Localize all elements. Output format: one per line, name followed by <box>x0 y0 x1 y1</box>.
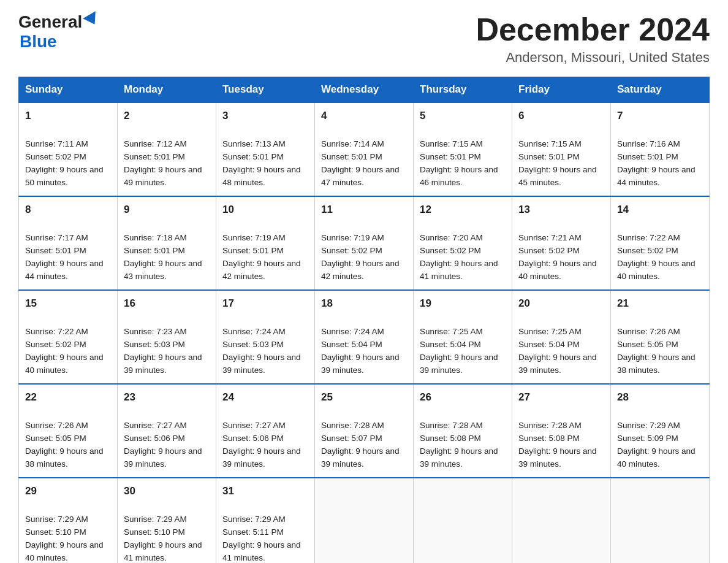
day-number: 18 <box>321 296 407 312</box>
calendar-cell: 26Sunrise: 7:28 AMSunset: 5:08 PMDayligh… <box>414 384 512 478</box>
daylight-text-2: 39 minutes. <box>518 366 561 375</box>
day-number: 12 <box>420 202 506 218</box>
daylight-text-2: 38 minutes. <box>25 459 68 469</box>
sunrise-text: Sunrise: 7:23 AM <box>124 327 187 336</box>
sunset-text: Sunset: 5:01 PM <box>617 152 678 161</box>
daylight-text: Daylight: 9 hours and <box>124 446 202 456</box>
daylight-text-2: 41 minutes. <box>420 272 463 281</box>
calendar-cell <box>611 478 710 563</box>
weekday-header-sunday: Sunday <box>19 77 118 103</box>
daylight-text-2: 40 minutes. <box>617 272 660 281</box>
day-number: 28 <box>617 389 703 405</box>
daylight-text-2: 50 minutes. <box>25 178 68 187</box>
day-number: 4 <box>321 108 407 124</box>
calendar-week-1: 1Sunrise: 7:11 AMSunset: 5:02 PMDaylight… <box>19 102 710 196</box>
sunset-text: Sunset: 5:08 PM <box>518 434 580 443</box>
daylight-text-2: 48 minutes. <box>222 178 265 187</box>
daylight-text: Daylight: 9 hours and <box>420 259 498 268</box>
sunset-text: Sunset: 5:02 PM <box>25 340 86 349</box>
day-number: 20 <box>518 296 604 312</box>
day-number: 27 <box>518 389 604 405</box>
day-number: 30 <box>124 483 210 499</box>
weekday-header-friday: Friday <box>512 77 611 103</box>
sunrise-text: Sunrise: 7:29 AM <box>25 515 88 524</box>
sunrise-text: Sunrise: 7:26 AM <box>25 421 88 430</box>
calendar-cell: 30Sunrise: 7:29 AMSunset: 5:10 PMDayligh… <box>118 478 216 563</box>
calendar-cell: 21Sunrise: 7:26 AMSunset: 5:05 PMDayligh… <box>611 290 710 384</box>
day-number: 2 <box>124 108 210 124</box>
daylight-text-2: 39 minutes. <box>124 459 167 469</box>
calendar-cell: 22Sunrise: 7:26 AMSunset: 5:05 PMDayligh… <box>19 384 118 478</box>
calendar-week-2: 8Sunrise: 7:17 AMSunset: 5:01 PMDaylight… <box>19 196 710 290</box>
daylight-text: Daylight: 9 hours and <box>617 446 696 456</box>
daylight-text: Daylight: 9 hours and <box>222 165 301 174</box>
calendar-week-5: 29Sunrise: 7:29 AMSunset: 5:10 PMDayligh… <box>19 478 710 563</box>
daylight-text-2: 39 minutes. <box>420 459 463 469</box>
calendar-cell: 27Sunrise: 7:28 AMSunset: 5:08 PMDayligh… <box>512 384 611 478</box>
calendar-cell: 29Sunrise: 7:29 AMSunset: 5:10 PMDayligh… <box>19 478 118 563</box>
day-number: 19 <box>420 296 506 312</box>
day-number: 1 <box>25 108 111 124</box>
daylight-text: Daylight: 9 hours and <box>222 259 301 268</box>
daylight-text: Daylight: 9 hours and <box>222 540 301 550</box>
daylight-text-2: 39 minutes. <box>222 366 265 375</box>
sunrise-text: Sunrise: 7:13 AM <box>222 139 286 148</box>
weekday-header-saturday: Saturday <box>611 77 710 103</box>
daylight-text: Daylight: 9 hours and <box>518 353 597 362</box>
daylight-text-2: 42 minutes. <box>321 272 364 281</box>
sunrise-text: Sunrise: 7:24 AM <box>321 327 384 336</box>
day-number: 31 <box>222 483 308 499</box>
calendar-cell: 28Sunrise: 7:29 AMSunset: 5:09 PMDayligh… <box>611 384 710 478</box>
day-number: 23 <box>124 389 210 405</box>
day-number: 13 <box>518 202 604 218</box>
calendar-cell: 24Sunrise: 7:27 AMSunset: 5:06 PMDayligh… <box>216 384 315 478</box>
sunset-text: Sunset: 5:08 PM <box>420 434 481 443</box>
weekday-header-tuesday: Tuesday <box>216 77 315 103</box>
day-number: 22 <box>25 389 111 405</box>
sunrise-text: Sunrise: 7:14 AM <box>321 139 384 148</box>
page-header: General Blue December 2024 Anderson, Mis… <box>18 12 710 66</box>
sunset-text: Sunset: 5:04 PM <box>321 340 382 349</box>
calendar-cell: 9Sunrise: 7:18 AMSunset: 5:01 PMDaylight… <box>118 196 216 290</box>
sunset-text: Sunset: 5:07 PM <box>321 434 382 443</box>
sunrise-text: Sunrise: 7:28 AM <box>518 421 582 430</box>
sunrise-text: Sunrise: 7:28 AM <box>420 421 483 430</box>
sunset-text: Sunset: 5:02 PM <box>617 246 678 255</box>
logo: General Blue <box>18 12 99 52</box>
daylight-text: Daylight: 9 hours and <box>124 353 202 362</box>
day-number: 24 <box>222 389 308 405</box>
daylight-text-2: 45 minutes. <box>518 178 561 187</box>
daylight-text: Daylight: 9 hours and <box>222 353 301 362</box>
calendar-cell: 7Sunrise: 7:16 AMSunset: 5:01 PMDaylight… <box>611 102 710 196</box>
day-number: 14 <box>617 202 703 218</box>
sunset-text: Sunset: 5:04 PM <box>420 340 481 349</box>
sunset-text: Sunset: 5:10 PM <box>25 527 86 537</box>
sunrise-text: Sunrise: 7:19 AM <box>321 233 384 242</box>
daylight-text-2: 46 minutes. <box>420 178 463 187</box>
daylight-text: Daylight: 9 hours and <box>25 353 104 362</box>
daylight-text: Daylight: 9 hours and <box>124 165 202 174</box>
daylight-text: Daylight: 9 hours and <box>222 446 301 456</box>
sunrise-text: Sunrise: 7:16 AM <box>617 139 680 148</box>
calendar-cell: 16Sunrise: 7:23 AMSunset: 5:03 PMDayligh… <box>118 290 216 384</box>
calendar-cell: 18Sunrise: 7:24 AMSunset: 5:04 PMDayligh… <box>315 290 414 384</box>
logo-arrow-icon <box>83 11 101 28</box>
sunset-text: Sunset: 5:06 PM <box>222 434 284 443</box>
daylight-text-2: 39 minutes. <box>518 459 561 469</box>
sunrise-text: Sunrise: 7:19 AM <box>222 233 286 242</box>
weekday-header-thursday: Thursday <box>414 77 512 103</box>
calendar-cell: 5Sunrise: 7:15 AMSunset: 5:01 PMDaylight… <box>414 102 512 196</box>
calendar-cell: 1Sunrise: 7:11 AMSunset: 5:02 PMDaylight… <box>19 102 118 196</box>
day-number: 7 <box>617 108 703 124</box>
sunset-text: Sunset: 5:05 PM <box>25 434 86 443</box>
calendar-cell: 14Sunrise: 7:22 AMSunset: 5:02 PMDayligh… <box>611 196 710 290</box>
calendar-week-4: 22Sunrise: 7:26 AMSunset: 5:05 PMDayligh… <box>19 384 710 478</box>
daylight-text: Daylight: 9 hours and <box>25 540 104 550</box>
sunset-text: Sunset: 5:01 PM <box>25 246 86 255</box>
sunset-text: Sunset: 5:04 PM <box>518 340 580 349</box>
calendar-cell: 6Sunrise: 7:15 AMSunset: 5:01 PMDaylight… <box>512 102 611 196</box>
day-number: 16 <box>124 296 210 312</box>
sunrise-text: Sunrise: 7:18 AM <box>124 233 187 242</box>
day-number: 29 <box>25 483 111 499</box>
location-title: Anderson, Missouri, United States <box>476 50 710 66</box>
